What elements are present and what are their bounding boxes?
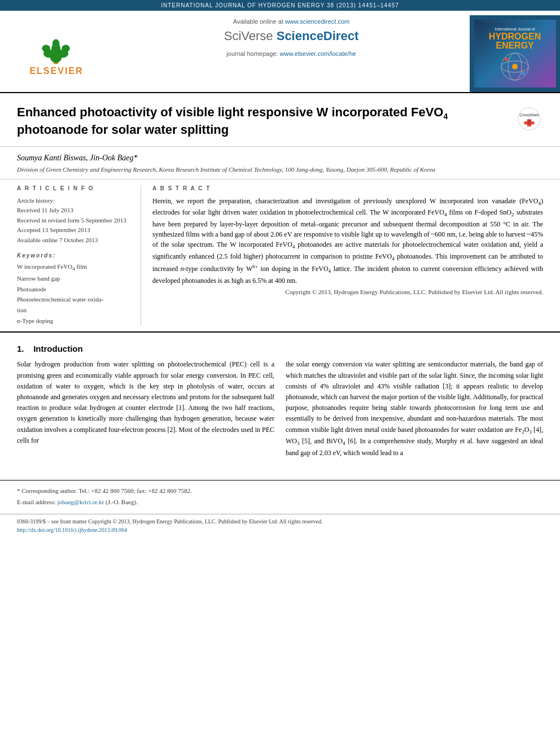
svg-text:ENERGY: ENERGY <box>496 41 534 50</box>
journal-homepage-url[interactable]: www.elsevier.com/locate/he <box>280 50 356 57</box>
article-info-abstract: A R T I C L E I N F O Article history: R… <box>0 180 560 333</box>
article-info-label: A R T I C L E I N F O <box>17 185 129 191</box>
bottom-copyright: 0360-3199/$ – see front matter Copyright… <box>17 517 543 526</box>
svg-point-7 <box>62 45 70 52</box>
svg-point-17 <box>522 72 525 75</box>
svg-text:HYDROGEN: HYDROGEN <box>489 32 541 41</box>
abstract-label: A B S T R A C T <box>152 185 543 191</box>
sciencedirect-url[interactable]: www.sciencedirect.com <box>285 18 349 25</box>
journal-badge-image: International Journal of HYDROGEN ENERGY <box>478 23 552 85</box>
keyword-3: Photoanode <box>17 284 129 295</box>
introduction-section: 1. Introduction Solar hydrogen productio… <box>0 333 560 474</box>
author-email[interactable]: jobaeg@krict.re.kr <box>57 499 104 505</box>
sciencedirect-text: ScienceDirect <box>273 29 359 43</box>
keywords-section: Keywords: W incorporated FeVO4 film Narr… <box>17 252 129 326</box>
journal-homepage-label: journal homepage: www.elsevier.com/locat… <box>226 50 356 57</box>
svg-point-3 <box>53 39 60 49</box>
introduction-text-columns: Solar hydrogen production from water spl… <box>17 359 543 463</box>
doi-link[interactable]: http://dx.doi.org/10.1016/j.ijhydene.201… <box>17 527 127 533</box>
authors-names: Soumya Kanti Biswas, Jin-Ook Baeg* <box>17 154 543 163</box>
authors-affiliation: Division of Green Chemistry and Engineer… <box>17 165 543 174</box>
svg-point-18 <box>518 107 540 130</box>
abstract-col: A B S T R A C T Herein, we report the pr… <box>141 185 543 326</box>
corresponding-author-note: * Corresponding author. Tel.: +82 42 860… <box>17 486 543 496</box>
keywords-label: Keywords: <box>17 252 129 259</box>
abstract-text: Herein, we report the preparation, chara… <box>152 196 543 286</box>
crossmark-badge[interactable]: CrossMark <box>515 104 543 133</box>
journal-banner: International Journal of Hydrogen Energy… <box>0 0 560 11</box>
section-title: 1. Introduction <box>17 344 543 353</box>
page-footer: * Corresponding author. Tel.: +82 42 860… <box>0 480 560 514</box>
keyword-1: W incorporated FeVO4 film <box>17 261 129 273</box>
article-info-col: A R T I C L E I N F O Article history: R… <box>17 185 141 326</box>
svg-rect-22 <box>527 119 531 124</box>
journal-center-header: Available online at www.sciencedirect.co… <box>113 15 470 92</box>
journal-badge: International Journal of HYDROGEN ENERGY <box>474 20 556 88</box>
banner-text: International Journal of Hydrogen Energy… <box>161 2 399 8</box>
crossmark-icon: CrossMark <box>517 106 542 132</box>
keyword-5: n-Type doping <box>17 316 129 326</box>
doi-line[interactable]: http://dx.doi.org/10.1016/j.ijhydene.201… <box>17 526 543 534</box>
keyword-2: Narrow band gap <box>17 273 129 284</box>
article-title: Enhanced photoactivity of visible light … <box>17 104 506 138</box>
intro-left-col: Solar hydrogen production from water spl… <box>17 359 274 463</box>
authors-section: Soumya Kanti Biswas, Jin-Ook Baeg* Divis… <box>0 147 560 179</box>
history-label: Article history: Received 11 July 2013 R… <box>17 196 129 246</box>
email-note: E-mail address: jobaeg@krict.re.kr (J.-O… <box>17 497 543 507</box>
journal-header: ELSEVIER Available online at www.science… <box>0 11 560 93</box>
abstract-copyright: Copyright © 2013, Hydrogen Energy Public… <box>152 289 543 295</box>
journal-badge-area: International Journal of HYDROGEN ENERGY <box>470 15 560 92</box>
elsevier-tree-icon <box>34 34 79 65</box>
elsevier-logo: ELSEVIER <box>17 31 96 76</box>
sciencedirect-logo: SciVerse ScienceDirect <box>224 29 358 43</box>
intro-right-col: the solar energy conversion via water sp… <box>286 359 543 463</box>
article-title-text: Enhanced photoactivity of visible light … <box>17 104 506 138</box>
svg-point-6 <box>42 45 50 52</box>
svg-point-16 <box>505 58 508 61</box>
elsevier-label: ELSEVIER <box>29 66 83 76</box>
svg-text:International Journal of: International Journal of <box>495 27 535 31</box>
svg-text:CrossMark: CrossMark <box>519 112 539 117</box>
publisher-logo-area: ELSEVIER <box>0 15 113 92</box>
article-title-area: Enhanced photoactivity of visible light … <box>0 93 560 147</box>
available-online-text: Available online at www.sciencedirect.co… <box>233 18 349 25</box>
keyword-4: Photoelectrochemical water oxida-tion <box>17 294 129 315</box>
sciverse-text: SciVerse <box>224 29 273 43</box>
page-wrapper: International Journal of Hydrogen Energy… <box>0 0 560 537</box>
bottom-bar: 0360-3199/$ – see front matter Copyright… <box>0 514 560 537</box>
svg-point-15 <box>512 64 518 69</box>
